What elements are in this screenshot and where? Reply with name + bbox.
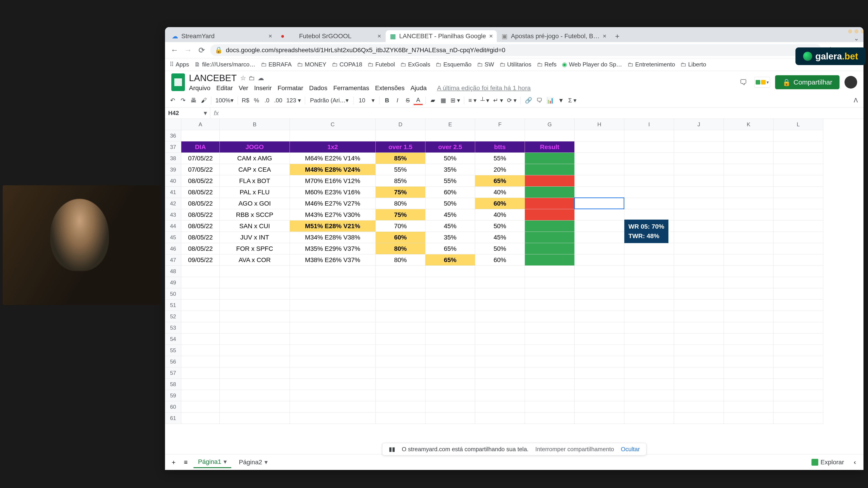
cell[interactable] — [220, 266, 290, 277]
cell[interactable] — [624, 356, 674, 367]
menu-item[interactable]: Editar — [216, 85, 233, 92]
cell[interactable]: M43% E27% V30% — [290, 209, 376, 221]
row-header[interactable]: 48 — [165, 266, 181, 277]
cell[interactable] — [674, 311, 724, 322]
cell[interactable] — [525, 164, 575, 175]
row-header[interactable]: 56 — [165, 356, 181, 367]
cell[interactable] — [624, 153, 674, 164]
cell[interactable]: 85% — [376, 153, 426, 164]
cell[interactable]: FLA x BOT — [220, 175, 290, 187]
undo-icon[interactable]: ↶ — [168, 96, 177, 105]
cell[interactable] — [774, 390, 823, 401]
row-header[interactable]: 39 — [165, 164, 181, 175]
cell[interactable] — [426, 288, 475, 300]
cell[interactable]: AVA x COR — [220, 254, 290, 266]
cell[interactable] — [181, 345, 220, 356]
cell[interactable] — [774, 187, 823, 198]
cell[interactable] — [475, 390, 525, 401]
close-tab-icon[interactable]: × — [489, 33, 493, 40]
cell[interactable] — [774, 322, 823, 333]
share-button[interactable]: 🔒 Compartilhar — [775, 75, 839, 89]
filter-icon[interactable]: ▼ — [557, 96, 565, 105]
cell[interactable] — [220, 322, 290, 333]
column-header[interactable]: I — [624, 119, 674, 130]
cell[interactable] — [575, 345, 624, 356]
cell[interactable]: 75% — [376, 209, 426, 221]
cell[interactable] — [724, 401, 774, 413]
cell[interactable] — [220, 333, 290, 345]
cell[interactable]: 65% — [426, 243, 475, 254]
column-header[interactable]: E — [426, 119, 475, 130]
cell[interactable]: 35% — [426, 232, 475, 243]
merge-cells-icon[interactable]: ⊞ ▾ — [449, 96, 461, 105]
cell[interactable] — [774, 175, 823, 187]
cell[interactable] — [525, 221, 575, 232]
close-tab-icon[interactable]: × — [269, 33, 272, 40]
new-tab-button[interactable]: + — [612, 31, 622, 41]
cell[interactable] — [181, 356, 220, 367]
row-header[interactable]: 40 — [165, 175, 181, 187]
cell[interactable] — [290, 130, 376, 141]
cell[interactable] — [220, 356, 290, 367]
cell[interactable]: 40% — [475, 209, 525, 221]
browser-tab[interactable]: ☁StreamYard× — [168, 30, 276, 42]
cell[interactable] — [674, 153, 724, 164]
row-header[interactable]: 41 — [165, 187, 181, 198]
cell[interactable] — [220, 401, 290, 413]
column-header[interactable]: A — [181, 119, 220, 130]
cell[interactable] — [724, 345, 774, 356]
browser-tab[interactable]: ●Futebol SrGOOOL× — [277, 30, 385, 42]
cell[interactable] — [674, 243, 724, 254]
cell[interactable] — [475, 333, 525, 345]
row-header[interactable]: 49 — [165, 277, 181, 288]
explore-button[interactable]: Explorar — [811, 459, 844, 466]
close-tab-icon[interactable]: × — [602, 33, 606, 40]
row-header[interactable]: 43 — [165, 209, 181, 221]
cell[interactable]: 55% — [426, 175, 475, 187]
menu-item[interactable]: Ferramentas — [333, 85, 369, 92]
row-header[interactable]: 60 — [165, 401, 181, 413]
row-header[interactable]: 53 — [165, 322, 181, 333]
row-header[interactable]: 44 — [165, 221, 181, 232]
cell[interactable] — [624, 333, 674, 345]
cell[interactable] — [724, 130, 774, 141]
cell[interactable] — [724, 288, 774, 300]
cell[interactable] — [475, 311, 525, 322]
cell[interactable]: RBB x SCCP — [220, 209, 290, 221]
cell[interactable] — [290, 367, 376, 379]
tabs-dropdown-icon[interactable]: ⌄ — [854, 35, 859, 42]
cell[interactable] — [525, 300, 575, 311]
wrap-icon[interactable]: ↵ ▾ — [492, 96, 504, 105]
cell[interactable]: M60% E23% V16% — [290, 187, 376, 198]
cell[interactable] — [426, 277, 475, 288]
cell[interactable]: 07/05/22 — [181, 153, 220, 164]
cloud-status-icon[interactable]: ☁ — [258, 74, 264, 82]
cell[interactable] — [724, 221, 774, 232]
percent-button[interactable]: % — [252, 96, 261, 105]
cell[interactable] — [674, 175, 724, 187]
cell[interactable] — [575, 379, 624, 390]
cell[interactable] — [724, 333, 774, 345]
cell[interactable] — [774, 413, 823, 424]
cell[interactable] — [624, 322, 674, 333]
column-header[interactable]: L — [774, 119, 823, 130]
menu-item[interactable]: Ver — [239, 85, 248, 92]
cell[interactable] — [181, 379, 220, 390]
cell[interactable] — [376, 390, 426, 401]
bookmark-item[interactable]: 🗀SW — [477, 61, 494, 68]
row-header[interactable]: 57 — [165, 367, 181, 379]
cell[interactable] — [774, 277, 823, 288]
cell[interactable] — [525, 209, 575, 221]
cell[interactable] — [674, 266, 724, 277]
h-align-icon[interactable]: ≡ ▾ — [467, 96, 477, 105]
cell[interactable] — [575, 266, 624, 277]
cell[interactable]: 75% — [376, 187, 426, 198]
cell[interactable] — [376, 333, 426, 345]
cell[interactable] — [774, 198, 823, 209]
bookmark-item[interactable]: 🗀Refs — [537, 61, 557, 68]
bookmark-item[interactable]: 🗀Futebol — [368, 61, 395, 68]
cell[interactable] — [624, 300, 674, 311]
cell[interactable] — [426, 300, 475, 311]
bookmark-item[interactable]: 🗎file:///Users/marco… — [194, 61, 255, 68]
cell[interactable] — [774, 209, 823, 221]
